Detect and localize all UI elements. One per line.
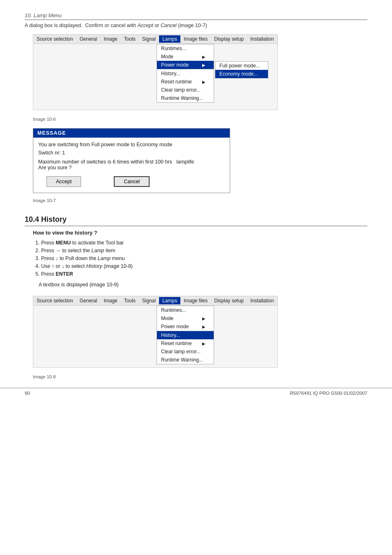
menu-bar-2: Source selection General Image Tools Sig… xyxy=(33,296,277,306)
menu-bar-image[interactable]: Image xyxy=(100,35,120,43)
step-4: Use ↑ or ↓ to select History (image 10-8… xyxy=(41,263,367,269)
menu2-bar-image-files[interactable]: Image files xyxy=(180,297,211,304)
message-box-header: MESSAGE xyxy=(33,129,230,138)
menu2-bar-general[interactable]: General xyxy=(76,297,101,304)
menu-bar-1: Source selection General Image Tools Sig… xyxy=(33,35,277,44)
message-box: MESSAGE You are switching from Full powe… xyxy=(33,128,230,193)
page-number: 90 xyxy=(25,391,30,396)
submenu-item-full-power[interactable]: Full power mode... xyxy=(215,62,268,70)
menu2-bar-lamps[interactable]: Lamps xyxy=(159,297,180,304)
message-box-body: You are switching from Full power mode t… xyxy=(33,138,230,193)
step-1: Press MENU to activate the Tool bar xyxy=(41,240,367,246)
menu1-mockup: Source selection General Image Tools Sig… xyxy=(33,34,278,110)
menu2-item-power-mode[interactable]: Power mode ▶ xyxy=(157,322,214,331)
menu2-bar-display-setup[interactable]: Display setup xyxy=(211,297,247,304)
menu2-bar-image[interactable]: Image xyxy=(100,297,120,304)
menu2-item-runtimes[interactable]: Runtimes... xyxy=(157,306,214,314)
menu2-item-history[interactable]: History... xyxy=(157,331,214,339)
menu-bar-source-selection[interactable]: Source selection xyxy=(33,35,76,43)
menu2-bar-tools[interactable]: Tools xyxy=(121,297,139,304)
image1-label: Image 10-6 xyxy=(33,117,367,122)
accept-button[interactable]: Accept xyxy=(46,176,81,187)
image3-label: Image 10-8 xyxy=(33,374,367,379)
message-line-3: Maximum number of switches is 6 times wi… xyxy=(38,159,225,170)
menu2-bar-source-selection[interactable]: Source selection xyxy=(33,297,76,304)
menu2-bar-installation[interactable]: Installation xyxy=(247,297,277,304)
menu2-item-clear-lamp-error[interactable]: Clear lamp error... xyxy=(157,348,214,356)
step-2: Press → to select the Lamp item xyxy=(41,248,367,253)
footer-right-text: R5976491 IQ PRO G500 01/02/2007 xyxy=(290,391,367,396)
submenu-item-economy[interactable]: Economy mode... xyxy=(215,70,268,78)
menu-bar-general[interactable]: General xyxy=(76,35,101,43)
menu2-item-reset-runtime[interactable]: Reset runtime ▶ xyxy=(157,339,214,348)
menu-item-power-mode[interactable]: Power mode ▶ xyxy=(157,61,214,69)
history-section: 10.4 History How to view the history ? P… xyxy=(25,215,367,379)
footer: 90 R5976491 IQ PRO G500 01/02/2007 xyxy=(0,388,392,396)
how-to-title: How to view the history ? xyxy=(33,230,367,236)
menu-item-reset-runtime[interactable]: Reset runtime ▶ xyxy=(157,78,214,86)
message-line-2: Switch nr: 1 xyxy=(38,150,225,156)
section-header: 10. Lamp Menu xyxy=(25,12,367,20)
menu-item-clear-lamp-error[interactable]: Clear lamp error... xyxy=(157,86,214,94)
message-line-1: You are switching from Full power mode t… xyxy=(38,142,225,147)
menu2-bar-signal[interactable]: Signal xyxy=(139,297,159,304)
step-5: Press ENTER xyxy=(41,271,367,277)
cancel-button[interactable]: Cancel xyxy=(114,176,150,187)
history-section-title: 10.4 History xyxy=(25,215,67,223)
image2-label: Image 10-7 xyxy=(33,198,367,203)
menu-bar-lamps[interactable]: Lamps xyxy=(159,35,180,43)
page: 10. Lamp Menu A dialog box is displayed.… xyxy=(0,0,392,402)
menu-bar-signal[interactable]: Signal xyxy=(139,35,159,43)
menu-item-history[interactable]: History... xyxy=(157,69,214,78)
menu-item-runtimes[interactable]: Runtimes... xyxy=(157,44,214,53)
menu2-mockup: Source selection General Image Tools Sig… xyxy=(33,296,278,368)
step-note: A textbox is displayed (image 10-9) xyxy=(39,282,367,288)
steps-list: Press MENU to activate the Tool bar Pres… xyxy=(33,240,367,277)
menu-item-runtime-warning[interactable]: Runtime Warning... xyxy=(157,94,214,102)
menu-bar-display-setup[interactable]: Display setup xyxy=(211,35,247,43)
message-box-buttons: Accept Cancel xyxy=(38,176,225,187)
section-header-title: 10. Lamp Menu xyxy=(25,12,62,18)
intro-text: A dialog box is displayed. Confirm or ca… xyxy=(25,23,367,28)
menu-bar-installation[interactable]: Installation xyxy=(247,35,277,43)
menu-area-2: Runtimes... Mode ▶ Power mode ▶ History.… xyxy=(33,306,277,367)
menu2-item-runtime-warning[interactable]: Runtime Warning... xyxy=(157,356,214,364)
menu-bar-image-files[interactable]: Image files xyxy=(180,35,211,43)
step-3: Press ↓ to Pull down the Lamp menu xyxy=(41,256,367,261)
menu-area-1: Runtimes... Mode ▶ Power mode ▶ History.… xyxy=(33,44,277,110)
menu2-item-mode[interactable]: Mode ▶ xyxy=(157,314,214,322)
menu-bar-tools[interactable]: Tools xyxy=(121,35,139,43)
menu-item-mode[interactable]: Mode ▶ xyxy=(157,53,214,61)
